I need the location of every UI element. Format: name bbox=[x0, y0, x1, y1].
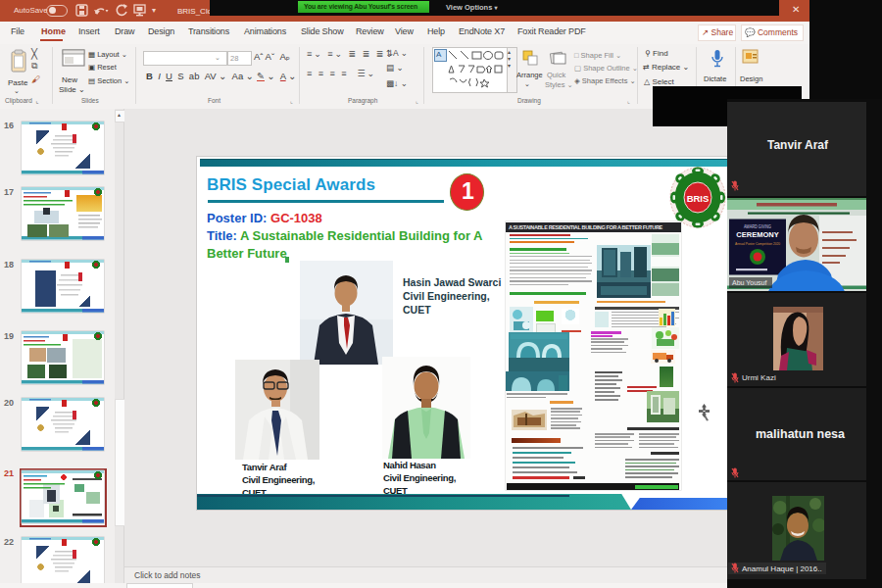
svg-text:AWARD GIVING: AWARD GIVING bbox=[744, 223, 771, 228]
svg-text:CEREMONY: CEREMONY bbox=[736, 230, 778, 239]
svg-text:Annual Poster Competition 2020: Annual Poster Competition 2020 bbox=[735, 240, 781, 245]
svg-text:BRIS: BRIS bbox=[687, 193, 710, 204]
svg-text:Abu Yousuf: Abu Yousuf bbox=[732, 279, 766, 286]
